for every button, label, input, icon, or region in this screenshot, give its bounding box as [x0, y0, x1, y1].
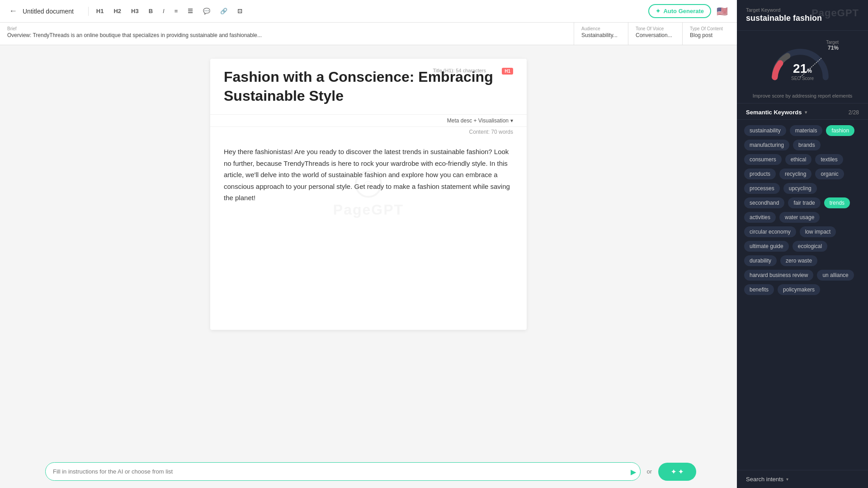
- language-selector[interactable]: 🇺🇸: [717, 6, 728, 17]
- search-intents-label: Search intents: [746, 476, 783, 483]
- format-comment-button[interactable]: 💬: [201, 6, 212, 16]
- keyword-chip[interactable]: upcycling: [783, 183, 817, 194]
- keyword-chip[interactable]: fair trade: [788, 197, 820, 208]
- semantic-keywords-header: Semantic Keywords ▾ 2/28: [737, 103, 868, 120]
- chevron-down-icon: ▾: [510, 117, 513, 124]
- keyword-chip[interactable]: consumers: [744, 154, 782, 165]
- keyword-chip[interactable]: sustainability: [744, 125, 786, 136]
- brief-value: Overview: TrendyThreads is an online bou…: [7, 32, 566, 38]
- generate-big-button[interactable]: ✦ ✦: [658, 463, 696, 481]
- right-sidebar: Target keyword sustainable fashion PageG…: [737, 0, 868, 488]
- keyword-chip[interactable]: ecological: [793, 241, 827, 252]
- tone-section: Tone of voice Conversation...: [628, 23, 683, 45]
- keyword-chip[interactable]: ethical: [785, 154, 812, 165]
- keyword-chip[interactable]: processes: [744, 183, 780, 194]
- audience-section: Audience Sustainability...: [574, 23, 628, 45]
- title-area: H1 Title (H1): 54 characters Fashion wit…: [210, 59, 527, 115]
- seo-score-value: 21: [793, 61, 807, 76]
- editor-container: H1 Title (H1): 54 characters Fashion wit…: [0, 45, 737, 488]
- article-body[interactable]: Hey there fashionistas! Are you ready to…: [210, 137, 527, 222]
- document-title: Untitled document: [23, 8, 74, 15]
- article-title[interactable]: Fashion with a Conscience: Embracing Sus…: [224, 68, 513, 114]
- format-unordered-list-button[interactable]: ☰: [185, 6, 195, 16]
- format-h1-button[interactable]: H1: [94, 6, 106, 16]
- seo-gauge-area: Target 71% 21 % SEO Score: [737, 31, 868, 103]
- keyword-chip[interactable]: policymakers: [778, 284, 820, 295]
- target-keyword-label: Target keyword: [746, 7, 859, 13]
- keyword-chip[interactable]: benefits: [744, 284, 774, 295]
- ai-instruction-input[interactable]: [45, 462, 641, 481]
- keyword-chip[interactable]: un alliance: [817, 270, 854, 281]
- keyword-chip[interactable]: fashion: [826, 125, 854, 136]
- keyword-chip[interactable]: trends: [824, 197, 850, 208]
- wand-icon: ✦: [656, 8, 660, 14]
- keywords-cloud: sustainabilitymaterialsfashionmanufactur…: [737, 120, 868, 300]
- target-keyword-value: sustainable fashion: [746, 14, 859, 23]
- audience-value: Sustainability...: [581, 32, 621, 38]
- keyword-chip[interactable]: recycling: [779, 169, 811, 179]
- keyword-chip[interactable]: harvard business review: [744, 270, 813, 281]
- back-button[interactable]: ←: [9, 6, 17, 16]
- keywords-count: 2/28: [849, 109, 859, 116]
- keyword-chip[interactable]: zero waste: [780, 255, 817, 266]
- format-embed-button[interactable]: ⊡: [235, 6, 245, 16]
- content-type-value: Blog post: [690, 32, 730, 38]
- content-info-bar: Content: 70 words: [210, 127, 527, 137]
- keyword-chip[interactable]: circular economy: [744, 226, 796, 237]
- sidebar-brand-area: Target keyword sustainable fashion PageG…: [737, 0, 868, 31]
- brief-section: Brief Overview: TrendyThreads is an onli…: [0, 23, 574, 45]
- brief-bar: Brief Overview: TrendyThreads is an onli…: [0, 23, 737, 45]
- audience-label: Audience: [581, 26, 621, 31]
- keyword-chip[interactable]: water usage: [779, 212, 820, 223]
- toolbar-divider: [88, 7, 89, 16]
- format-h3-button[interactable]: H3: [129, 6, 141, 16]
- search-intents-footer[interactable]: Search intents ▾: [737, 470, 868, 488]
- keyword-chip[interactable]: durability: [744, 255, 777, 266]
- keyword-chip[interactable]: low impact: [800, 226, 836, 237]
- seo-improve-text: Improve score by addressing report eleme…: [748, 93, 857, 99]
- keyword-chip[interactable]: secondhand: [744, 197, 784, 208]
- keyword-chip[interactable]: textiles: [815, 154, 843, 165]
- title-char-info: Title (H1): 54 characters: [433, 68, 486, 73]
- keyword-chip[interactable]: organic: [815, 169, 844, 179]
- format-link-button[interactable]: 🔗: [218, 6, 230, 16]
- tone-label: Tone of voice: [636, 26, 675, 31]
- format-ordered-list-button[interactable]: ≡: [172, 6, 180, 16]
- format-italic-button[interactable]: I: [160, 6, 167, 16]
- content-type-label: Type of content: [690, 26, 730, 31]
- format-h2-button[interactable]: H2: [111, 6, 123, 16]
- content-type-section: Type of content Blog post: [683, 23, 737, 45]
- tone-value: Conversation...: [636, 32, 675, 38]
- brief-label: Brief: [7, 26, 566, 31]
- format-bold-button[interactable]: B: [146, 6, 155, 16]
- editor-inner: H1 Title (H1): 54 characters Fashion wit…: [210, 59, 527, 330]
- keyword-chip[interactable]: manufacturing: [744, 140, 789, 150]
- meta-desc-link[interactable]: Meta desc + Visualisation ▾: [447, 117, 513, 124]
- back-icon: ←: [9, 6, 17, 16]
- ai-send-button[interactable]: ▶: [631, 467, 636, 476]
- keyword-chip[interactable]: materials: [790, 125, 823, 136]
- chevron-down-icon: ▾: [786, 477, 788, 482]
- meta-bar: Meta desc + Visualisation ▾: [210, 115, 527, 127]
- keyword-chip[interactable]: activities: [744, 212, 776, 223]
- seo-score-label: SEO Score: [791, 76, 814, 81]
- keyword-chip[interactable]: ultimate guide: [744, 241, 789, 252]
- semantic-keywords-title[interactable]: Semantic Keywords ▾: [746, 109, 807, 116]
- keyword-chip[interactable]: brands: [793, 140, 821, 150]
- content-word-count: Content: 70 words: [469, 129, 513, 135]
- target-label: Target: [826, 40, 839, 45]
- ai-input-wrapper: ▶: [45, 462, 641, 481]
- seo-score-unit: %: [807, 68, 812, 74]
- toolbar: ← Untitled document H1 H2 H3 B I ≡ ☰ 💬 🔗…: [0, 0, 737, 23]
- target-percent: 71%: [826, 45, 839, 51]
- chevron-down-icon: ▾: [805, 110, 807, 115]
- title-badge: H1: [502, 68, 513, 75]
- auto-generate-button[interactable]: ✦ Auto Generate: [648, 4, 711, 18]
- keyword-chip[interactable]: products: [744, 169, 776, 179]
